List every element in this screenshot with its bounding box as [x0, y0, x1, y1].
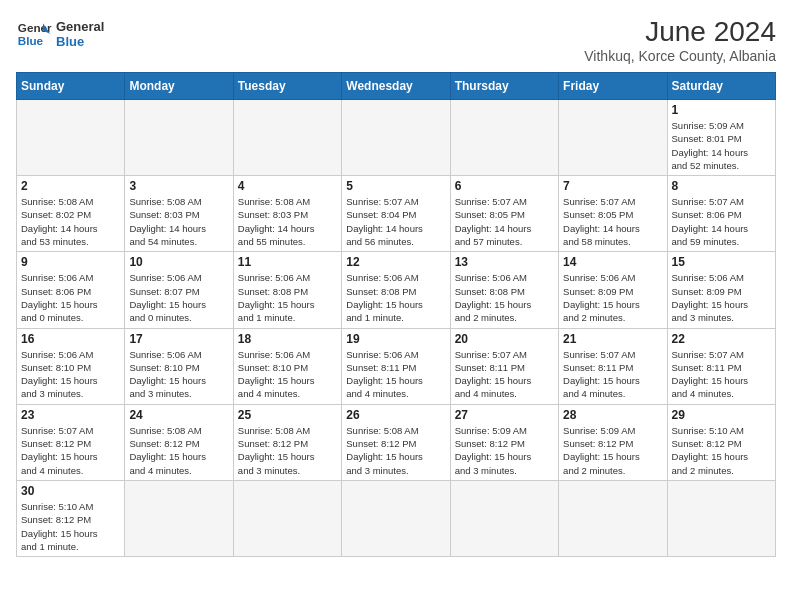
day-number: 15: [672, 255, 771, 269]
svg-text:Blue: Blue: [18, 34, 44, 47]
calendar-cell: 6Sunrise: 5:07 AM Sunset: 8:05 PM Daylig…: [450, 176, 558, 252]
calendar-cell: [125, 100, 233, 176]
header-day-monday: Monday: [125, 73, 233, 100]
calendar-cell: 2Sunrise: 5:08 AM Sunset: 8:02 PM Daylig…: [17, 176, 125, 252]
day-number: 4: [238, 179, 337, 193]
day-number: 14: [563, 255, 662, 269]
day-info: Sunrise: 5:09 AM Sunset: 8:01 PM Dayligh…: [672, 119, 771, 172]
day-number: 24: [129, 408, 228, 422]
logo: General Blue General Blue: [16, 16, 104, 52]
calendar-cell: 25Sunrise: 5:08 AM Sunset: 8:12 PM Dayli…: [233, 404, 341, 480]
day-number: 30: [21, 484, 120, 498]
calendar-week-4: 16Sunrise: 5:06 AM Sunset: 8:10 PM Dayli…: [17, 328, 776, 404]
calendar-cell: 21Sunrise: 5:07 AM Sunset: 8:11 PM Dayli…: [559, 328, 667, 404]
calendar-cell: 8Sunrise: 5:07 AM Sunset: 8:06 PM Daylig…: [667, 176, 775, 252]
day-info: Sunrise: 5:06 AM Sunset: 8:11 PM Dayligh…: [346, 348, 445, 401]
calendar-week-5: 23Sunrise: 5:07 AM Sunset: 8:12 PM Dayli…: [17, 404, 776, 480]
calendar-cell: [559, 480, 667, 556]
header: General Blue General Blue June 2024 Vith…: [16, 16, 776, 64]
day-info: Sunrise: 5:06 AM Sunset: 8:09 PM Dayligh…: [563, 271, 662, 324]
day-info: Sunrise: 5:06 AM Sunset: 8:08 PM Dayligh…: [238, 271, 337, 324]
day-number: 10: [129, 255, 228, 269]
day-info: Sunrise: 5:06 AM Sunset: 8:09 PM Dayligh…: [672, 271, 771, 324]
calendar-cell: 16Sunrise: 5:06 AM Sunset: 8:10 PM Dayli…: [17, 328, 125, 404]
header-day-tuesday: Tuesday: [233, 73, 341, 100]
day-number: 3: [129, 179, 228, 193]
calendar-cell: 24Sunrise: 5:08 AM Sunset: 8:12 PM Dayli…: [125, 404, 233, 480]
calendar-cell: 30Sunrise: 5:10 AM Sunset: 8:12 PM Dayli…: [17, 480, 125, 556]
calendar-cell: [17, 100, 125, 176]
day-info: Sunrise: 5:10 AM Sunset: 8:12 PM Dayligh…: [21, 500, 120, 553]
day-number: 6: [455, 179, 554, 193]
calendar-cell: 22Sunrise: 5:07 AM Sunset: 8:11 PM Dayli…: [667, 328, 775, 404]
calendar-cell: 12Sunrise: 5:06 AM Sunset: 8:08 PM Dayli…: [342, 252, 450, 328]
day-info: Sunrise: 5:06 AM Sunset: 8:10 PM Dayligh…: [238, 348, 337, 401]
calendar-cell: 27Sunrise: 5:09 AM Sunset: 8:12 PM Dayli…: [450, 404, 558, 480]
day-info: Sunrise: 5:07 AM Sunset: 8:12 PM Dayligh…: [21, 424, 120, 477]
day-info: Sunrise: 5:07 AM Sunset: 8:11 PM Dayligh…: [563, 348, 662, 401]
calendar-cell: 14Sunrise: 5:06 AM Sunset: 8:09 PM Dayli…: [559, 252, 667, 328]
calendar-week-3: 9Sunrise: 5:06 AM Sunset: 8:06 PM Daylig…: [17, 252, 776, 328]
calendar-cell: 5Sunrise: 5:07 AM Sunset: 8:04 PM Daylig…: [342, 176, 450, 252]
calendar-header: SundayMondayTuesdayWednesdayThursdayFrid…: [17, 73, 776, 100]
day-number: 28: [563, 408, 662, 422]
day-number: 13: [455, 255, 554, 269]
calendar-cell: 13Sunrise: 5:06 AM Sunset: 8:08 PM Dayli…: [450, 252, 558, 328]
calendar-cell: 7Sunrise: 5:07 AM Sunset: 8:05 PM Daylig…: [559, 176, 667, 252]
day-info: Sunrise: 5:10 AM Sunset: 8:12 PM Dayligh…: [672, 424, 771, 477]
logo-general: General: [56, 19, 104, 34]
day-number: 27: [455, 408, 554, 422]
calendar-cell: 9Sunrise: 5:06 AM Sunset: 8:06 PM Daylig…: [17, 252, 125, 328]
calendar-cell: 4Sunrise: 5:08 AM Sunset: 8:03 PM Daylig…: [233, 176, 341, 252]
day-info: Sunrise: 5:09 AM Sunset: 8:12 PM Dayligh…: [455, 424, 554, 477]
day-number: 26: [346, 408, 445, 422]
day-number: 22: [672, 332, 771, 346]
calendar-cell: 10Sunrise: 5:06 AM Sunset: 8:07 PM Dayli…: [125, 252, 233, 328]
day-number: 2: [21, 179, 120, 193]
day-number: 29: [672, 408, 771, 422]
logo-blue: Blue: [56, 34, 104, 49]
day-number: 19: [346, 332, 445, 346]
day-info: Sunrise: 5:08 AM Sunset: 8:03 PM Dayligh…: [238, 195, 337, 248]
header-day-saturday: Saturday: [667, 73, 775, 100]
day-number: 11: [238, 255, 337, 269]
day-info: Sunrise: 5:09 AM Sunset: 8:12 PM Dayligh…: [563, 424, 662, 477]
day-number: 8: [672, 179, 771, 193]
main-title: June 2024: [584, 16, 776, 48]
calendar-cell: [233, 480, 341, 556]
calendar-cell: 11Sunrise: 5:06 AM Sunset: 8:08 PM Dayli…: [233, 252, 341, 328]
calendar-cell: 28Sunrise: 5:09 AM Sunset: 8:12 PM Dayli…: [559, 404, 667, 480]
day-info: Sunrise: 5:06 AM Sunset: 8:10 PM Dayligh…: [21, 348, 120, 401]
header-day-sunday: Sunday: [17, 73, 125, 100]
calendar-cell: 1Sunrise: 5:09 AM Sunset: 8:01 PM Daylig…: [667, 100, 775, 176]
day-info: Sunrise: 5:07 AM Sunset: 8:05 PM Dayligh…: [455, 195, 554, 248]
header-day-friday: Friday: [559, 73, 667, 100]
day-info: Sunrise: 5:07 AM Sunset: 8:11 PM Dayligh…: [672, 348, 771, 401]
day-info: Sunrise: 5:08 AM Sunset: 8:12 PM Dayligh…: [346, 424, 445, 477]
header-day-wednesday: Wednesday: [342, 73, 450, 100]
day-info: Sunrise: 5:08 AM Sunset: 8:03 PM Dayligh…: [129, 195, 228, 248]
day-info: Sunrise: 5:06 AM Sunset: 8:08 PM Dayligh…: [346, 271, 445, 324]
day-info: Sunrise: 5:06 AM Sunset: 8:08 PM Dayligh…: [455, 271, 554, 324]
day-number: 9: [21, 255, 120, 269]
calendar-cell: [559, 100, 667, 176]
day-number: 7: [563, 179, 662, 193]
day-info: Sunrise: 5:06 AM Sunset: 8:10 PM Dayligh…: [129, 348, 228, 401]
subtitle: Vithkuq, Korce County, Albania: [584, 48, 776, 64]
calendar-cell: 15Sunrise: 5:06 AM Sunset: 8:09 PM Dayli…: [667, 252, 775, 328]
calendar-week-6: 30Sunrise: 5:10 AM Sunset: 8:12 PM Dayli…: [17, 480, 776, 556]
day-info: Sunrise: 5:08 AM Sunset: 8:12 PM Dayligh…: [129, 424, 228, 477]
header-row: SundayMondayTuesdayWednesdayThursdayFrid…: [17, 73, 776, 100]
calendar-cell: 3Sunrise: 5:08 AM Sunset: 8:03 PM Daylig…: [125, 176, 233, 252]
day-info: Sunrise: 5:07 AM Sunset: 8:06 PM Dayligh…: [672, 195, 771, 248]
day-info: Sunrise: 5:07 AM Sunset: 8:04 PM Dayligh…: [346, 195, 445, 248]
calendar-cell: [125, 480, 233, 556]
calendar-cell: 19Sunrise: 5:06 AM Sunset: 8:11 PM Dayli…: [342, 328, 450, 404]
day-number: 25: [238, 408, 337, 422]
day-number: 1: [672, 103, 771, 117]
day-number: 20: [455, 332, 554, 346]
day-number: 18: [238, 332, 337, 346]
day-number: 16: [21, 332, 120, 346]
day-number: 5: [346, 179, 445, 193]
day-info: Sunrise: 5:08 AM Sunset: 8:02 PM Dayligh…: [21, 195, 120, 248]
